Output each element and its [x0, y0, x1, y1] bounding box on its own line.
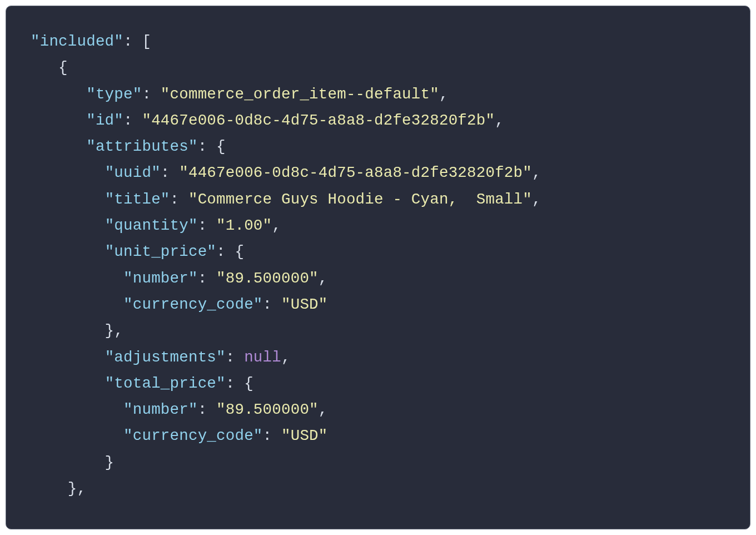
- token-punc: {: [216, 138, 226, 155]
- token-colon: :: [123, 112, 142, 129]
- token-colon: :: [226, 349, 244, 366]
- token-str: "Commerce Guys Hoodie - Cyan, Small": [188, 191, 532, 208]
- token-str: "USD": [281, 296, 328, 313]
- token-colon: :: [198, 138, 216, 155]
- token-punc: ,: [532, 164, 541, 181]
- token-punc: ,: [439, 86, 449, 103]
- token-punc: [31, 112, 86, 129]
- token-punc: ,: [319, 270, 328, 287]
- token-punc: {: [244, 375, 253, 392]
- token-punc: [31, 401, 123, 418]
- token-key: "title": [105, 191, 170, 208]
- token-str: "4467e006-0d8c-4d75-a8a8-d2fe32820f2b": [142, 112, 495, 129]
- token-str: "USD": [281, 427, 328, 444]
- token-str: "4467e006-0d8c-4d75-a8a8-d2fe32820f2b": [179, 164, 532, 181]
- token-punc: ,: [319, 401, 328, 418]
- token-punc: }: [31, 454, 114, 471]
- token-punc: ,: [281, 349, 291, 366]
- token-key: "number": [123, 401, 198, 418]
- token-punc: [31, 86, 86, 103]
- token-str: "1.00": [216, 217, 272, 234]
- token-colon: :: [198, 270, 216, 287]
- token-punc: [31, 349, 105, 366]
- token-colon: :: [226, 375, 244, 392]
- token-colon: :: [123, 33, 142, 50]
- code-panel: "included": [ { "type": "commerce_order_…: [6, 6, 750, 529]
- token-key: "adjustments": [105, 349, 226, 366]
- token-punc: [31, 191, 105, 208]
- token-punc: {: [31, 59, 68, 76]
- token-colon: :: [263, 427, 281, 444]
- token-punc: },: [31, 480, 86, 497]
- token-punc: [: [142, 33, 151, 50]
- token-colon: :: [142, 86, 160, 103]
- token-punc: [31, 427, 123, 444]
- token-key: "currency_code": [123, 427, 263, 444]
- token-punc: [31, 164, 105, 181]
- token-punc: ,: [532, 191, 541, 208]
- token-colon: :: [161, 164, 179, 181]
- token-punc: [31, 138, 86, 155]
- token-punc: [31, 243, 105, 260]
- token-punc: ,: [495, 112, 504, 129]
- token-colon: :: [216, 243, 235, 260]
- token-null: null: [244, 349, 281, 366]
- token-key: "currency_code": [123, 296, 263, 313]
- token-colon: :: [198, 217, 216, 234]
- token-punc: [31, 296, 123, 313]
- token-key: "quantity": [105, 217, 198, 234]
- token-punc: [31, 270, 123, 287]
- token-key: "attributes": [86, 138, 197, 155]
- token-key: "included": [31, 33, 123, 50]
- json-code-block[interactable]: "included": [ { "type": "commerce_order_…: [31, 28, 734, 502]
- token-punc: ,: [272, 217, 281, 234]
- token-colon: :: [170, 191, 188, 208]
- token-punc: [31, 217, 105, 234]
- token-key: "uuid": [105, 164, 161, 181]
- token-punc: {: [235, 243, 244, 260]
- token-key: "total_price": [105, 375, 226, 392]
- token-key: "type": [86, 86, 142, 103]
- token-colon: :: [263, 296, 281, 313]
- token-key: "unit_price": [105, 243, 216, 260]
- token-punc: [31, 375, 105, 392]
- token-str: "89.500000": [216, 401, 319, 418]
- token-colon: :: [198, 401, 216, 418]
- token-str: "89.500000": [216, 270, 319, 287]
- token-punc: },: [31, 322, 123, 339]
- token-key: "id": [86, 112, 123, 129]
- token-key: "number": [123, 270, 198, 287]
- token-str: "commerce_order_item--default": [161, 86, 439, 103]
